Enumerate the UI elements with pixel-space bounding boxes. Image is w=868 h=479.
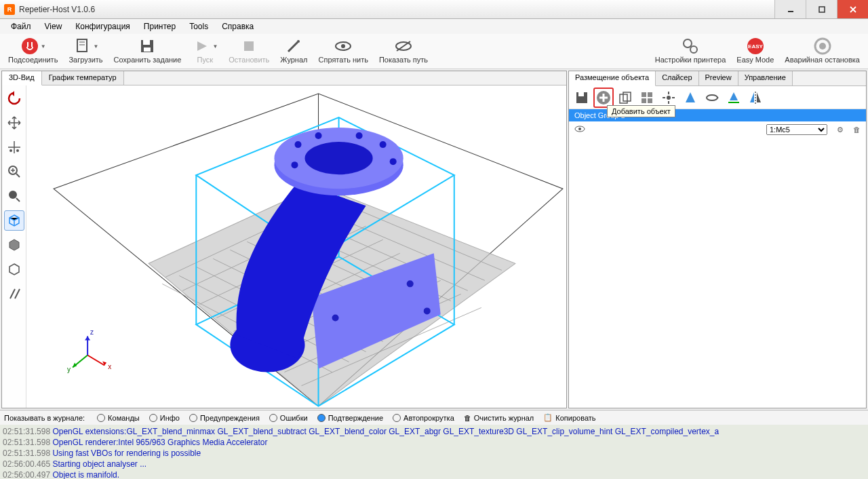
svg-point-95	[707, 95, 717, 100]
menu-printer[interactable]: Принтер	[137, 20, 182, 33]
3d-viewport[interactable]: x y z	[26, 85, 566, 408]
reset-view-button[interactable]	[4, 88, 24, 109]
svg-point-67	[380, 142, 387, 149]
svg-point-63	[305, 142, 373, 175]
connect-button[interactable]: ▼ Подсоединить	[3, 35, 63, 65]
minimize-button[interactable]	[774, 0, 806, 18]
log-filter-errors[interactable]: Ошибки	[269, 414, 308, 422]
tab-placement[interactable]: Размещение объекта	[569, 71, 656, 86]
drop-button[interactable]	[724, 88, 744, 108]
svg-point-12	[297, 40, 300, 43]
visibility-icon[interactable]	[574, 125, 585, 134]
svg-rect-11	[244, 41, 254, 51]
svg-point-90	[667, 96, 671, 100]
svg-rect-1	[819, 7, 825, 12]
menu-view[interactable]: View	[38, 20, 69, 33]
svg-point-72	[424, 308, 431, 315]
svg-rect-5	[77, 39, 87, 52]
dropdown-icon: ▼	[212, 43, 218, 50]
svg-point-69	[291, 162, 298, 169]
mirror-button[interactable]	[745, 88, 766, 108]
log-filter-info[interactable]: Инфо	[149, 414, 180, 422]
move-view-button[interactable]	[4, 113, 24, 133]
maximize-button[interactable]	[806, 0, 837, 18]
svg-point-14	[341, 44, 345, 48]
svg-text:z: z	[90, 329, 94, 337]
tab-control[interactable]: Управление	[738, 71, 793, 85]
top-view-button[interactable]	[4, 259, 24, 280]
log-button[interactable]: Журнал	[275, 35, 313, 65]
menu-file[interactable]: Файл	[4, 20, 38, 33]
svg-point-64	[294, 142, 301, 149]
log-copy-button[interactable]: 📋 Копировать	[543, 413, 595, 422]
parallel-button[interactable]	[4, 284, 24, 304]
hide-thread-button[interactable]: Спрятать нить	[313, 35, 373, 65]
svg-point-18	[690, 46, 697, 53]
log-filter-confirm[interactable]: Подтверждение	[317, 414, 383, 422]
save-objects-button[interactable]	[572, 88, 592, 108]
svg-line-31	[10, 289, 15, 299]
load-button[interactable]: ▼ Загрузить	[63, 35, 108, 65]
placement-toolbar: Добавить объект	[569, 86, 866, 109]
dropdown-icon: ▼	[41, 43, 46, 50]
tab-preview[interactable]: Preview	[699, 71, 738, 85]
show-path-button[interactable]: Показать путь	[374, 35, 433, 65]
autoplace-button[interactable]	[637, 88, 657, 108]
svg-rect-87	[648, 92, 652, 97]
close-button[interactable]	[837, 0, 868, 18]
app-icon: R	[4, 4, 15, 15]
window-title: Repetier-Host V1.0.6	[19, 5, 774, 14]
log-clear-button[interactable]: 🗑 Очистить журнал	[464, 414, 534, 422]
zoom-in-button[interactable]	[4, 161, 24, 182]
menu-tools[interactable]: Tools	[182, 20, 215, 33]
delete-icon[interactable]: 🗑	[853, 126, 861, 134]
tab-slicer[interactable]: Слайсер	[656, 71, 698, 85]
log-controls: Показывать в журнале: Команды Инфо Преду…	[0, 410, 868, 425]
tab-3d-view[interactable]: 3D-Вид	[2, 71, 42, 85]
svg-rect-10	[144, 47, 151, 52]
menu-help[interactable]: Справка	[215, 20, 260, 33]
svg-rect-86	[642, 92, 646, 97]
log-area[interactable]: 02:51:31.598 OpenGL extensions:GL_EXT_bl…	[0, 425, 868, 479]
svg-line-30	[16, 198, 20, 202]
rotate-button[interactable]	[702, 88, 722, 108]
start-button[interactable]: ▼ Пуск	[186, 35, 223, 65]
svg-line-32	[15, 289, 20, 299]
scale-button[interactable]	[680, 88, 701, 108]
titlebar: R Repetier-Host V1.0.6	[0, 0, 868, 19]
log-filter-warnings[interactable]: Предупреждения	[189, 414, 260, 422]
add-object-button[interactable]	[593, 88, 614, 108]
svg-point-68	[390, 159, 397, 166]
svg-point-70	[332, 315, 339, 322]
extruder-select[interactable]: 1:Mc5	[766, 124, 827, 135]
log-autoscroll[interactable]: Автопрокрутка	[393, 414, 454, 422]
log-filter-commands[interactable]: Команды	[97, 414, 140, 422]
svg-rect-88	[642, 98, 646, 103]
iso-view-button[interactable]	[4, 210, 24, 231]
tab-temp-graph[interactable]: График температур	[42, 71, 124, 85]
printer-settings-button[interactable]: Настройки принтера	[650, 35, 732, 65]
stop-button[interactable]: Остановить	[223, 35, 275, 65]
zoom-fit-button[interactable]	[4, 186, 24, 206]
svg-point-23	[9, 149, 12, 152]
svg-line-73	[87, 356, 104, 366]
center-button[interactable]	[658, 88, 679, 108]
menu-config[interactable]: Конфигурация	[68, 20, 137, 33]
emergency-stop-button[interactable]: Аварийная остановка	[779, 35, 865, 65]
move-object-button[interactable]	[4, 137, 24, 157]
easy-mode-button[interactable]: EASY Easy Mode	[731, 35, 779, 65]
menubar: Файл View Конфигурация Принтер Tools Спр…	[0, 19, 868, 34]
copy-object-button[interactable]	[615, 88, 635, 108]
svg-rect-9	[143, 40, 150, 45]
svg-rect-80	[578, 92, 584, 96]
save-button[interactable]: Сохранить задание	[108, 35, 187, 65]
object-row[interactable]: 1:Mc5 ⚙ 🗑	[569, 121, 866, 138]
svg-point-71	[407, 281, 414, 288]
svg-point-29	[9, 191, 17, 199]
front-view-button[interactable]	[4, 235, 24, 255]
svg-point-66	[356, 132, 363, 139]
main-toolbar: ▼ Подсоединить ▼ Загрузить Сохранить зад…	[0, 34, 868, 69]
gear-icon[interactable]: ⚙	[837, 126, 844, 134]
svg-point-65	[315, 132, 322, 139]
svg-point-99	[578, 128, 581, 130]
